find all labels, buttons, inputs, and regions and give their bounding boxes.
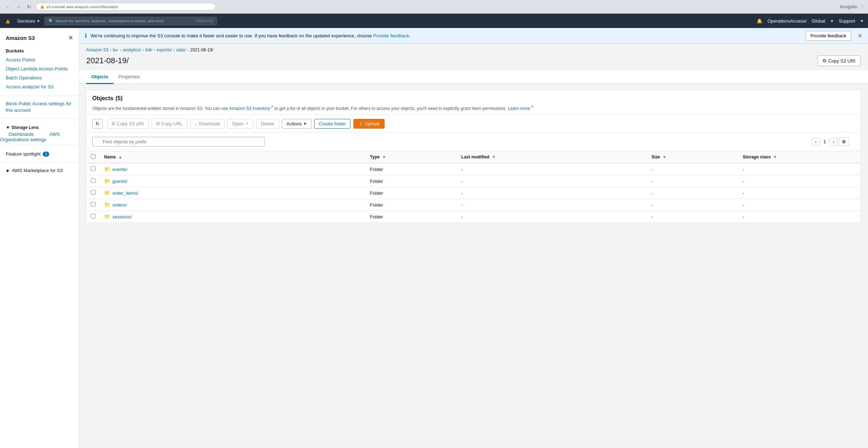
actions-button[interactable]: Actions ▼ [282,119,312,129]
row-last-modified: - [457,163,647,175]
learn-more-link[interactable]: Learn more [508,106,530,111]
region-selector[interactable]: Global [812,18,825,24]
breadcrumb-bdl[interactable]: bdl/ [145,47,152,52]
sidebar-item-access-points[interactable]: Access Points [0,55,79,64]
download-icon: ↓ [195,121,198,126]
th-size[interactable]: Size ▼ [647,151,738,163]
support-chevron: ▼ [860,19,864,23]
sidebar-title: Amazon S3 ✕ [0,32,79,45]
incognito-label: Incognito [840,4,857,9]
tab-list: Objects Properties [79,70,868,84]
row-checkbox-cell[interactable] [87,199,100,211]
reload-button[interactable]: ↻ [25,3,33,11]
row-checkbox-cell[interactable] [87,187,100,199]
copy-s3-uri-button[interactable]: ⧉ Copy S3 URI [817,55,861,66]
banner-text: We're continuing to improve the S3 conso… [90,33,802,38]
sidebar: Amazon S3 ✕ Buckets Access Points Object… [0,28,79,448]
row-checkbox-cell[interactable] [87,211,100,223]
sidebar-item-access-analyzer[interactable]: Access analyzer for S3 [0,82,79,91]
forward-button[interactable]: → [14,3,22,11]
th-storage-class[interactable]: Storage class ▼ [738,151,860,163]
row-last-modified: - [457,211,647,223]
upload-button[interactable]: ⇧ Upload [353,119,385,129]
create-folder-button[interactable]: Create folder [314,119,351,129]
download-button[interactable]: ↓ Download [190,119,224,129]
breadcrumb-exports[interactable]: exports/ [157,47,172,52]
sidebar-item-object-lambda[interactable]: Object Lambda Access Points [0,64,79,73]
open-button[interactable]: Open ↗ [227,119,253,129]
support-menu[interactable]: Support [839,18,855,24]
folder-link[interactable]: 📁 events/ [104,166,361,172]
global-search-bar[interactable]: 🔍 Search for services, features, marketp… [45,17,217,25]
profile-label[interactable]: OperationsAccess/ [767,18,807,24]
pagination: ‹ 1 › ⚙ [806,135,855,148]
select-all-checkbox[interactable] [91,154,96,159]
row-type: Folder [366,199,457,211]
th-last-modified[interactable]: Last modified ▼ [457,151,647,163]
back-button[interactable]: ← [4,3,11,11]
copy-url-button[interactable]: ⧉ Copy URL [152,119,187,129]
breadcrumb-amazon-s3[interactable]: Amazon S3 [86,47,108,52]
folder-link[interactable]: 📁 orders/ [104,202,361,208]
search-icon: 🔍 [48,19,54,23]
delete-button[interactable]: Delete [256,119,279,129]
folder-link[interactable]: 📁 guests/ [104,178,361,184]
prev-page-button[interactable]: ‹ [812,138,820,146]
refresh-icon: ↻ [96,121,99,126]
breadcrumb-analytics[interactable]: analytics/ [123,47,141,52]
th-name[interactable]: Name ▲ [100,151,366,163]
services-chevron: ▼ [37,19,40,23]
row-checkbox[interactable] [91,178,96,183]
main-content: ℹ We're continuing to improve the S3 con… [79,28,868,448]
sidebar-item-marketplace[interactable]: ► AWS Marketplace for S3 [0,166,79,175]
tab-objects[interactable]: Objects [86,70,113,84]
sidebar-item-batch-ops[interactable]: Batch Operations [0,73,79,82]
breadcrumb-data[interactable]: data/ [176,47,186,52]
row-checkbox[interactable] [91,202,96,207]
copy-s3-uri-toolbar-button[interactable]: ⧉ Copy S3 URI [107,119,149,129]
row-storage-class: - [738,199,860,211]
table-row: 📁 events/ Folder - - - [87,163,860,175]
refresh-button[interactable]: ↻ [92,119,103,129]
breadcrumb-bx[interactable]: bx- [113,47,119,52]
s3-inventory-link[interactable]: Amazon S3 inventory [229,106,270,111]
banner-close-button[interactable]: ✕ [858,32,862,39]
objects-count: (5) [116,95,123,102]
row-storage-class: - [738,187,860,199]
row-name: 📁 order_items/ [100,187,366,199]
sort-size-icon: ▼ [662,154,667,160]
table-settings-button[interactable]: ⚙ [839,138,849,146]
objects-table: Name ▲ Type ▼ Last modified ▼ Size [87,151,860,222]
copy-url-icon: ⧉ [156,121,159,126]
more-options[interactable]: ⋮ [860,4,864,9]
row-storage-class: - [738,163,860,175]
row-checkbox[interactable] [91,214,96,218]
provide-feedback-button[interactable]: Provide feedback [806,31,851,41]
sidebar-item-buckets[interactable]: Buckets [0,46,79,55]
url-bar[interactable]: 🔒 s3.console.aws.amazon.com/s3/buckets/ [36,3,215,10]
row-checkbox[interactable] [91,190,96,195]
row-name: 📁 events/ [100,163,366,175]
provide-feedback-link[interactable]: Provide feedback [373,33,409,38]
page-number: 1 [821,138,828,146]
row-size: - [647,199,738,211]
row-size: - [647,187,738,199]
row-checkbox[interactable] [91,166,96,171]
notifications-icon[interactable]: 🔔 [757,18,762,24]
sidebar-feature-spotlight[interactable]: Feature spotlight 3 [0,148,79,160]
sort-type-icon: ▼ [382,154,386,160]
sidebar-close-button[interactable]: ✕ [68,34,73,41]
th-type[interactable]: Type ▼ [366,151,457,163]
row-checkbox-cell[interactable] [87,175,100,187]
folder-icon: 📁 [104,166,110,172]
tab-properties[interactable]: Properties [113,70,145,84]
row-checkbox-cell[interactable] [87,163,100,175]
services-button[interactable]: Services ▼ [17,18,40,24]
folder-link[interactable]: 📁 sessions/ [104,214,361,220]
select-all-checkbox-header[interactable] [87,151,100,163]
folder-link[interactable]: 📁 order_items/ [104,190,361,196]
next-page-button[interactable]: › [830,138,837,146]
search-input[interactable] [92,137,265,147]
sidebar-item-block-public[interactable]: Block Public Access settings for this ac… [0,99,79,115]
breadcrumb: Amazon S3 › bx- › analytics/ › bdl/ › ex… [79,44,868,52]
